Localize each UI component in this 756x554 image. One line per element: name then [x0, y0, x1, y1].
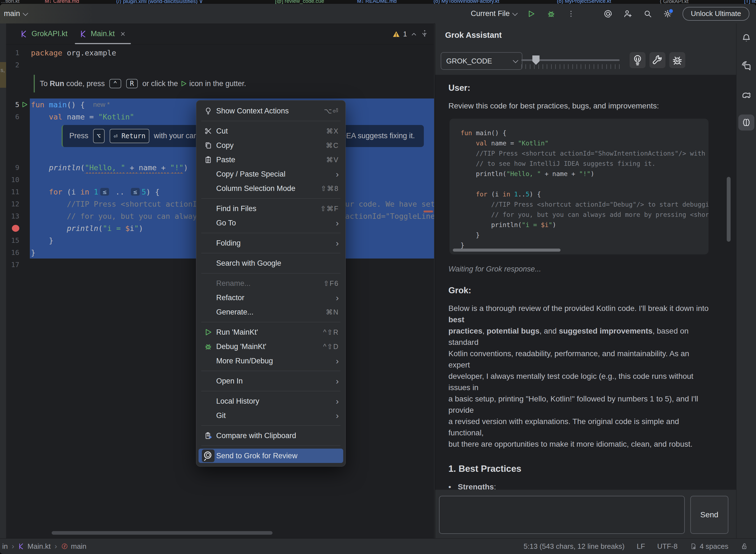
bulb-brain-icon[interactable] — [629, 52, 646, 68]
ai-chat-icon[interactable] — [738, 58, 754, 74]
breadcrumb-item-in[interactable]: in — [2, 542, 8, 551]
settings-button[interactable] — [663, 9, 672, 19]
add-user-button[interactable] — [623, 9, 633, 19]
project-name: main — [4, 9, 20, 18]
background-tab-fragment: ⟨ GrokAPI.kt — [660, 0, 689, 4]
menu-item-label: Paste — [214, 156, 326, 164]
inspection-widget[interactable]: 1 — [393, 30, 428, 38]
submenu-arrow-icon: › — [336, 293, 339, 302]
chat-scrollbar[interactable] — [727, 177, 730, 242]
debug-button[interactable] — [546, 9, 556, 19]
close-tab-icon[interactable] — [120, 31, 126, 37]
chevron-up-icon[interactable] — [410, 31, 417, 38]
unlocked-padlock-icon[interactable] — [741, 542, 748, 550]
bug-brain-icon[interactable] — [669, 52, 685, 68]
grok-assistant-icon[interactable] — [738, 114, 754, 130]
breadcrumb-item-main[interactable]: main — [61, 542, 87, 551]
menu-item-copy-paste-special[interactable]: Copy / Paste Special› — [199, 167, 343, 181]
menu-separator — [201, 233, 341, 233]
project-panel-selected-row — [0, 62, 6, 88]
main-toolbar: main Current File Unlock Ultimate — [0, 4, 756, 24]
menu-item-go-to[interactable]: Go To› — [199, 216, 343, 230]
ide-window: main Current File Unlock Ultimate s, Gro… — [0, 4, 756, 554]
notifications-bell-icon[interactable] — [738, 30, 754, 46]
function-icon — [61, 543, 68, 550]
scissors-icon — [202, 127, 214, 135]
menu-item-local-history[interactable]: Local History› — [199, 394, 343, 408]
unlock-ultimate-button[interactable]: Unlock Ultimate — [683, 7, 749, 21]
breadcrumb[interactable]: in›Main.kt›main — [0, 542, 87, 551]
code-line-2[interactable]: 2 — [6, 59, 434, 71]
project-selector[interactable]: main — [4, 9, 27, 18]
menu-item-git[interactable]: Git› — [199, 408, 343, 423]
chat-input[interactable] — [439, 496, 685, 534]
run-button[interactable] — [526, 9, 536, 19]
menu-item-label: Search with Google — [214, 259, 339, 268]
menu-item-more-run-debug[interactable]: More Run/Debug› — [199, 354, 343, 368]
slider-thumb[interactable] — [532, 55, 540, 65]
menu-item-cut[interactable]: Cut⌘X — [199, 124, 343, 138]
more-actions-button[interactable] — [566, 9, 576, 19]
menu-item-label: Column Selection Mode — [214, 184, 320, 193]
model-name: GROK_CODE — [446, 57, 492, 65]
horizontal-scrollbar[interactable] — [52, 531, 272, 535]
chat-transcript[interactable]: User: Review this code for best practice… — [435, 75, 736, 490]
line-ending-indicator[interactable]: LF — [637, 542, 645, 551]
background-tab-fragment: ...tion.kt — [1, 0, 19, 4]
menu-item-search-with-google[interactable]: Search with Google — [199, 256, 343, 270]
menu-item-paste[interactable]: Paste⌘V — [199, 153, 343, 167]
menu-item-label: Generate... — [214, 308, 326, 317]
menu-item-label: Show Context Actions — [214, 107, 324, 115]
menu-item-copy[interactable]: Copy⌘C — [199, 138, 343, 153]
run-gutter-icon[interactable] — [19, 101, 30, 108]
menu-item-show-context-actions[interactable]: Show Context Actions⌥⏎ — [199, 104, 343, 118]
menu-item-send-to-grok-for-review[interactable]: Send to Grok for Review — [199, 449, 343, 463]
menu-item-run-mainkt-[interactable]: Run 'MainKt'^⇧R — [199, 325, 343, 339]
code-block-scrollbar[interactable] — [453, 248, 560, 252]
menu-shortcut: ^⇧D — [323, 343, 339, 351]
status-bar: in›Main.kt›main 5:13 (543 chars, 12 line… — [0, 538, 756, 554]
menu-item-label: Find in Files — [214, 205, 320, 213]
model-selector[interactable]: GROK_CODE — [441, 52, 522, 70]
menu-shortcut: ⌘N — [326, 308, 339, 316]
menu-shortcut: ⇧F6 — [323, 279, 339, 287]
send-button[interactable]: Send — [690, 496, 728, 534]
editor-tab-grokapi-kt[interactable]: GrokAPI.kt — [14, 23, 74, 44]
gradle-elephant-icon[interactable] — [738, 87, 754, 102]
indent-indicator[interactable]: 4 spaces — [690, 542, 728, 551]
active-tab-underline — [75, 43, 131, 44]
menu-shortcut: ^⇧R — [323, 328, 339, 336]
search-button[interactable] — [643, 9, 653, 19]
list-item: •Strengths: — [448, 481, 736, 490]
menu-item-debug-mainkt-[interactable]: Debug 'MainKt'^⇧D — [199, 339, 343, 354]
menu-item-find-in-files[interactable]: Find in Files⇧⌘F — [199, 202, 343, 216]
menu-item-compare-with-clipboard[interactable]: Compare with Clipboard — [199, 429, 343, 443]
menu-item-generate-[interactable]: Generate...⌘N — [199, 305, 343, 319]
indent-file-icon — [690, 543, 697, 550]
menu-separator — [201, 273, 341, 273]
right-tool-strip — [736, 23, 756, 539]
menu-item-rename-[interactable]: Rename...⇧F6 — [199, 276, 343, 290]
menu-item-folding[interactable]: Folding› — [199, 236, 343, 250]
editor-tab-main-kt[interactable]: Main.kt — [74, 23, 132, 44]
encoding-indicator[interactable]: UTF-8 — [657, 542, 677, 551]
background-window-strip: ...tion.ktM↓ Carena.md⟨/⟩ plugin.xml (wo… — [0, 0, 756, 4]
menu-shortcut: ⌘V — [326, 156, 339, 164]
menu-item-column-selection-mode[interactable]: Column Selection Mode⇧⌘8 — [199, 181, 343, 196]
wrench-brain-icon[interactable] — [649, 52, 665, 68]
menu-item-open-in[interactable]: Open In› — [199, 374, 343, 388]
breadcrumb-item-main-kt[interactable]: Main.kt — [18, 542, 51, 551]
chevron-down-icon[interactable] — [421, 31, 428, 38]
waiting-status: Waiting for Grok response... — [448, 265, 736, 273]
code-line-1[interactable]: 1package org.example — [6, 47, 434, 59]
caret-position[interactable]: 5:13 (543 chars, 12 line breaks) — [523, 542, 624, 551]
temperature-slider[interactable] — [521, 59, 620, 61]
menu-item-refactor[interactable]: Refactor› — [199, 290, 343, 305]
background-tab-fragment: [T] lib — [744, 0, 756, 4]
ai-assistant-icon[interactable] — [603, 9, 613, 19]
submenu-arrow-icon: › — [336, 377, 339, 385]
menu-item-label: Send to Grok for Review — [214, 452, 339, 460]
breakpoint-icon[interactable] — [12, 225, 19, 232]
chevron-down-icon — [22, 10, 28, 16]
run-configuration-selector[interactable]: Current File — [471, 9, 516, 18]
